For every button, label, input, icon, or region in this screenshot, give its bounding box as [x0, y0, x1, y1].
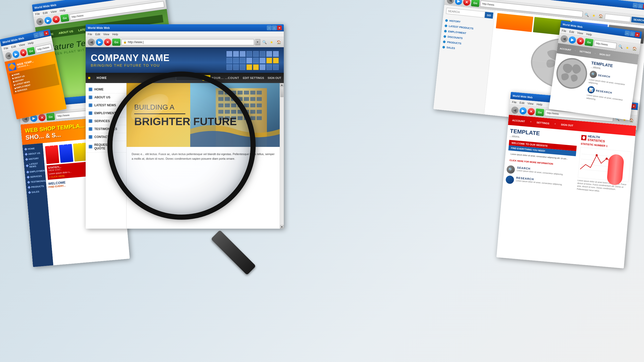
slb-stop-button[interactable]: ✕ — [19, 48, 27, 57]
rsb-minimize[interactable]: ─ — [625, 31, 630, 36]
stats-menu-help[interactable]: Help — [536, 102, 543, 106]
slb-url-bar[interactable]: http://www. — [35, 44, 52, 53]
rsb-url-bar[interactable]: http://www. — [594, 40, 617, 49]
topright-close[interactable]: ✕ — [643, 4, 644, 9]
rsb-go[interactable]: Go — [584, 38, 594, 46]
icon-cell-11 — [89, 106, 90, 107]
nav-search-button[interactable]: GO — [202, 75, 211, 81]
main-stop[interactable]: ✕ — [104, 39, 111, 46]
slb-forward-button[interactable]: ▶ — [12, 50, 20, 59]
rsb-search-icon[interactable]: 🔍 — [617, 43, 624, 50]
sidebar-services[interactable]: SERVICES — [86, 117, 126, 125]
main-star-icon[interactable]: ★ — [268, 39, 275, 45]
nature-menu-view[interactable]: View — [50, 9, 57, 13]
nature-forward[interactable]: ▶ — [44, 16, 52, 25]
ws-go[interactable]: Go — [46, 113, 55, 121]
main-maximize[interactable]: □ — [272, 26, 277, 30]
nature-menu-help[interactable]: Help — [60, 8, 66, 12]
stats-stop[interactable]: ✕ — [527, 108, 535, 115]
nav-home[interactable]: HOME — [97, 76, 107, 80]
slb-maximize[interactable]: □ — [39, 31, 44, 37]
rsb-home-icon[interactable]: 🏠 — [631, 45, 638, 52]
main-search-icon[interactable]: 🔍 — [261, 39, 267, 45]
topright-star-icon[interactable]: ★ — [590, 12, 597, 19]
nature-menu-edit[interactable]: Edit — [43, 11, 48, 15]
main-menu-edit[interactable]: Edit — [95, 33, 100, 36]
topright-maximize[interactable]: □ — [638, 3, 643, 8]
slb-go-button[interactable]: Go — [27, 47, 35, 55]
stats-back[interactable]: ◀ — [511, 106, 519, 114]
main-minimize[interactable]: ─ — [267, 26, 272, 30]
rsb-nav-signout[interactable]: SIGN OUT — [599, 53, 611, 57]
scroll-up[interactable]: ▲ — [280, 83, 284, 87]
rsb-close[interactable]: ✕ — [635, 32, 640, 37]
topright-stop[interactable]: ✕ — [463, 0, 471, 6]
slb-close[interactable]: ✕ — [43, 30, 49, 36]
main-menu-view[interactable]: View — [103, 33, 109, 36]
main-menu-help[interactable]: Help — [112, 33, 118, 36]
topright-search-icon[interactable]: 🔍 — [583, 11, 590, 18]
topright-home-icon[interactable]: 🏠 — [597, 13, 604, 19]
main-close[interactable]: ✕ — [277, 26, 282, 30]
rsb-back[interactable]: ◀ — [560, 35, 568, 43]
stats-menu-view[interactable]: View — [527, 102, 534, 105]
nav-edit-settings[interactable]: EDIT SETTINGS — [243, 76, 264, 79]
topright-forward[interactable]: ▶ — [455, 0, 462, 5]
slb-menu-file[interactable]: File — [4, 46, 9, 50]
rsb-menu-file[interactable]: File — [562, 29, 567, 32]
main-back[interactable]: ◀ — [88, 39, 95, 46]
stats-menu-file[interactable]: File — [512, 100, 517, 104]
sidebar-home[interactable]: HOME — [86, 86, 126, 94]
main-menu-file[interactable]: File — [88, 33, 92, 36]
topright-search-input[interactable] — [605, 14, 631, 22]
stats-nav-account[interactable]: ACCOUNT — [512, 119, 525, 123]
main-home-icon[interactable]: 🏠 — [276, 39, 282, 45]
topright-minimize[interactable]: ─ — [633, 3, 638, 8]
url-dropdown[interactable]: ▼ — [255, 39, 260, 45]
main-url-bar[interactable]: 🔒 http://www.| — [121, 39, 254, 45]
nav-search-input[interactable] — [176, 75, 201, 81]
main-forward[interactable]: ▶ — [96, 39, 103, 46]
slb-menu-help[interactable]: Help — [28, 41, 34, 45]
ws-stop[interactable]: ✕ — [38, 113, 46, 121]
slb-minimize[interactable]: ─ — [33, 33, 39, 38]
topright-sidebar-go[interactable]: GO — [484, 12, 493, 19]
stats-go[interactable]: Go — [536, 108, 544, 116]
rsb-star-icon[interactable]: ★ — [624, 44, 631, 51]
topright-back[interactable]: ◀ — [447, 0, 455, 4]
rsb-nav-settings[interactable]: SETTINGS — [579, 50, 591, 54]
nature-back[interactable]: ◀ — [36, 17, 44, 26]
slb-menu-view[interactable]: View — [19, 43, 25, 47]
rsb-maximize[interactable]: □ — [630, 31, 635, 37]
stats-nav-signout[interactable]: SIGN OUT — [561, 123, 573, 127]
stats-menu-edit[interactable]: Edit — [519, 101, 525, 104]
stats-nav-settings[interactable]: SETTINGS — [536, 121, 549, 125]
rsb-menu-view[interactable]: View — [577, 31, 583, 35]
nature-stop[interactable]: ✕ — [52, 15, 60, 23]
stats-forward[interactable]: ▶ — [519, 107, 527, 114]
rsb-forward[interactable]: ▶ — [568, 36, 577, 44]
sidebar-contact[interactable]: CONTACT — [86, 133, 126, 141]
sidebar-news[interactable]: LATEST NEWS — [86, 101, 126, 109]
rsb-stop[interactable]: ✕ — [577, 37, 585, 45]
slb-menu-edit[interactable]: Edit — [11, 44, 16, 49]
topright-search-button[interactable]: SEARCH — [631, 16, 644, 24]
rsb-menu-edit[interactable]: Edit — [569, 30, 574, 34]
grid-5 — [253, 51, 259, 57]
nav-sign-out[interactable]: SIGN OUT — [268, 76, 281, 79]
sidebar-about[interactable]: ABOUT US — [86, 94, 126, 101]
sidebar-testimonials[interactable]: TESTIMONIALS — [86, 125, 126, 133]
rsb-nav-account[interactable]: ACCOUNT — [560, 47, 571, 51]
scroll-thumb[interactable] — [280, 87, 284, 97]
topright-sidebar-search-input[interactable] — [446, 8, 485, 18]
rsb-menu-help[interactable]: Help — [586, 32, 592, 36]
nature-nav-about[interactable]: ABOUT US — [58, 30, 73, 35]
nature-menu-file[interactable]: File — [35, 12, 40, 16]
nature-go[interactable]: Go — [60, 14, 69, 22]
topright-go[interactable]: Go — [471, 0, 480, 7]
slb-back-button[interactable]: ◀ — [5, 52, 13, 60]
scroll-down[interactable]: ▼ — [280, 225, 284, 229]
sidebar-employment[interactable]: EMPLOYMENT — [86, 109, 126, 117]
sidebar-quote[interactable]: REQUEST A QUOTE — [86, 141, 126, 153]
main-go[interactable]: Go — [112, 39, 120, 46]
